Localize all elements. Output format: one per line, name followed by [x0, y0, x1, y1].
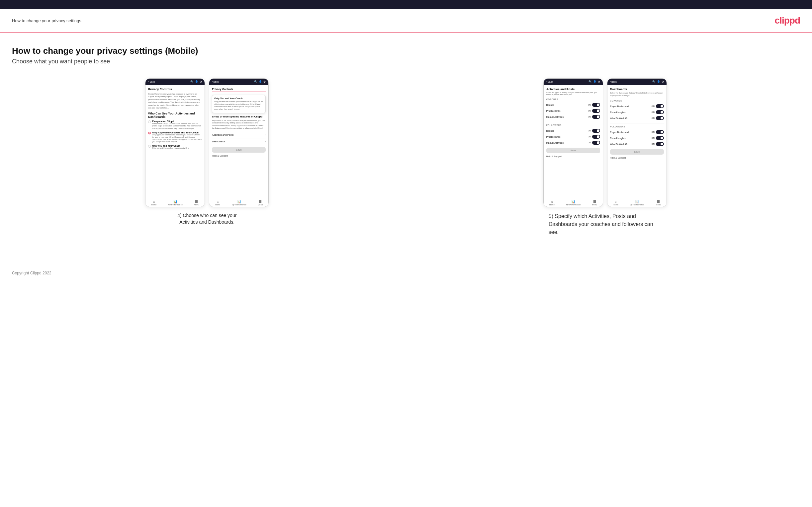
menu-icon-1: ☰	[195, 200, 198, 204]
footer-performance-4[interactable]: 📊 My Performance	[630, 200, 644, 206]
search-icon-2[interactable]: 🔍	[254, 80, 257, 83]
home-icon-1: ⌂	[153, 200, 155, 204]
toggle-followers-round-insights-switch[interactable]	[656, 136, 664, 140]
toggle-followers-rounds: Rounds ON	[546, 128, 600, 134]
activities-desc: Select the types of activity that you'd …	[546, 92, 600, 96]
followers-label-3: FOLLOWERS	[546, 124, 600, 126]
toggle-coaches-drills-switch[interactable]	[592, 109, 600, 113]
settings-icon-4[interactable]: ⚙	[662, 80, 664, 83]
save-button-3[interactable]: Save	[546, 148, 600, 153]
footer-performance-3[interactable]: 📊 My Performance	[566, 200, 580, 206]
footer-menu-2[interactable]: ☰ Menu	[258, 200, 263, 206]
page-subtitle: Choose what you want people to see	[12, 58, 800, 65]
coaches-label-3: COACHES	[546, 98, 600, 101]
menu-icon-2: ☰	[259, 200, 262, 204]
option-everyone[interactable]: Everyone on Clippd Everyone on Clippd ca…	[148, 120, 202, 129]
toggle-coaches-what-switch[interactable]	[656, 116, 664, 120]
activities-title: Activities and Posts	[546, 88, 600, 91]
menu-dashboards[interactable]: Dashboards ›	[212, 138, 266, 145]
help-support-4: Help & Support	[610, 157, 664, 159]
footer-menu-4[interactable]: ☰ Menu	[656, 200, 661, 206]
toggle-followers-rounds-switch[interactable]	[592, 129, 600, 133]
footer-performance-1[interactable]: 📊 My Performance	[168, 200, 183, 206]
save-button-2[interactable]: Save	[212, 147, 266, 153]
back-button-1[interactable]: ‹ Back	[148, 80, 155, 83]
logo: clippd	[775, 15, 800, 26]
footer-home-2[interactable]: ⌂ Home	[215, 200, 220, 206]
toggle-followers-what-switch[interactable]	[656, 142, 664, 146]
people-icon-4[interactable]: 👤	[657, 80, 660, 83]
back-button-2[interactable]: ‹ Back	[212, 80, 218, 83]
settings-icon-3[interactable]: ⚙	[598, 80, 600, 83]
people-icon-1[interactable]: 👤	[195, 80, 198, 83]
search-icon-4[interactable]: 🔍	[652, 80, 656, 83]
footer-home-4[interactable]: ⌂ Home	[613, 200, 618, 206]
people-icon-3[interactable]: 👤	[593, 80, 597, 83]
main-content: How to change your privacy settings (Mob…	[0, 33, 812, 256]
privacy-controls-desc-1: Control how you and your data appears to…	[148, 93, 202, 109]
toggle-followers-drills-switch[interactable]	[592, 135, 600, 139]
divider-4	[610, 123, 664, 123]
header-icons-2: 🔍 👤 ⚙	[254, 80, 266, 83]
phone-screen-2: ‹ Back 🔍 👤 ⚙ Privacy Controls	[209, 78, 269, 207]
screenshots-row: ‹ Back 🔍 👤 ⚙ Privacy Controls Control ho…	[12, 78, 800, 236]
chart-icon-3: 📊	[571, 200, 575, 204]
footer: Copyright Clippd 2022	[0, 263, 812, 282]
toggle-coaches-rounds-switch[interactable]	[592, 103, 600, 107]
footer-home-1[interactable]: ⌂ Home	[151, 200, 156, 206]
overlay-card: Only You and Your Coach Only you and the…	[212, 95, 266, 113]
toggle-coaches-round-insights: Round Insights ON	[610, 109, 664, 115]
chart-icon-1: 📊	[173, 200, 177, 204]
toggle-coaches-rounds: Rounds ON	[546, 102, 600, 108]
chevron-left-icon-3: ‹	[546, 80, 547, 83]
phone-body-1: Privacy Controls Control how you and you…	[146, 85, 205, 198]
phone-header-2: ‹ Back 🔍 👤 ⚙	[209, 79, 268, 85]
toggle-followers-manual: Manual Activities ON	[546, 140, 600, 146]
toggle-followers-player-switch[interactable]	[656, 130, 664, 134]
dashboards-desc: Select the dashboards that you'd like to…	[610, 92, 664, 97]
option-only-you[interactable]: Only You and Your Coach Only you and the…	[148, 145, 202, 149]
settings-icon-2[interactable]: ⚙	[263, 80, 266, 83]
footer-home-3[interactable]: ⌂ Home	[549, 200, 555, 206]
people-icon-2[interactable]: 👤	[259, 80, 262, 83]
search-icon-3[interactable]: 🔍	[589, 80, 592, 83]
header-title: How to change your privacy settings	[12, 18, 81, 23]
home-icon-3: ⌂	[551, 200, 553, 204]
dashboards-title: Dashboards	[610, 88, 664, 91]
save-button-4[interactable]: Save	[610, 149, 664, 155]
back-button-4[interactable]: ‹ Back	[610, 80, 617, 83]
show-hide-title: Show or hide specific features in Clippd	[212, 115, 266, 118]
toggle-coaches-manual-switch[interactable]	[592, 115, 600, 119]
page-title: How to change your privacy settings (Mob…	[12, 46, 800, 56]
header-icons-4: 🔍 👤 ⚙	[652, 80, 664, 83]
phone-body-3: Activities and Posts Select the types of…	[544, 85, 603, 198]
chevron-activities: ›	[265, 133, 266, 136]
phone-body-4: Dashboards Select the dashboards that yo…	[607, 85, 666, 198]
toggle-coaches-round-insights-switch[interactable]	[656, 110, 664, 114]
tab-privacy-controls[interactable]: Privacy Controls	[212, 88, 233, 92]
menu-icon-3: ☰	[593, 200, 596, 204]
footer-performance-2[interactable]: 📊 My Performance	[232, 200, 246, 206]
who-can-see-label: Who Can See Your Activities and Dashboar…	[148, 112, 202, 118]
toggle-coaches-player-switch[interactable]	[656, 104, 664, 108]
option-approved[interactable]: Only Approved Followers and Your Coach O…	[148, 131, 202, 143]
settings-icon-1[interactable]: ⚙	[200, 80, 202, 83]
phone-header-3: ‹ Back 🔍 👤 ⚙	[544, 79, 603, 85]
header: How to change your privacy settings clip…	[0, 9, 812, 33]
followers-label-4: FOLLOWERS	[610, 125, 664, 128]
menu-activities[interactable]: Activities and Posts ›	[212, 132, 266, 138]
chevron-left-icon-1: ‹	[148, 80, 149, 83]
toggle-followers-manual-switch[interactable]	[592, 141, 600, 145]
chart-icon-4: 📊	[635, 200, 639, 204]
back-button-3[interactable]: ‹ Back	[546, 80, 553, 83]
help-support-2: Help & Support	[212, 155, 266, 157]
footer-menu-1[interactable]: ☰ Menu	[194, 200, 199, 206]
chevron-left-icon-4: ‹	[610, 80, 611, 83]
footer-menu-3[interactable]: ☰ Menu	[592, 200, 597, 206]
toggle-coaches-manual: Manual Activities ON	[546, 114, 600, 120]
visibility-options: Everyone on Clippd Everyone on Clippd ca…	[148, 120, 202, 149]
toggle-coaches-what-to-work: What To Work On ON	[610, 115, 664, 121]
search-icon-1[interactable]: 🔍	[190, 80, 194, 83]
menu-icon-4: ☰	[657, 200, 660, 204]
help-support-3: Help & Support	[546, 155, 600, 158]
